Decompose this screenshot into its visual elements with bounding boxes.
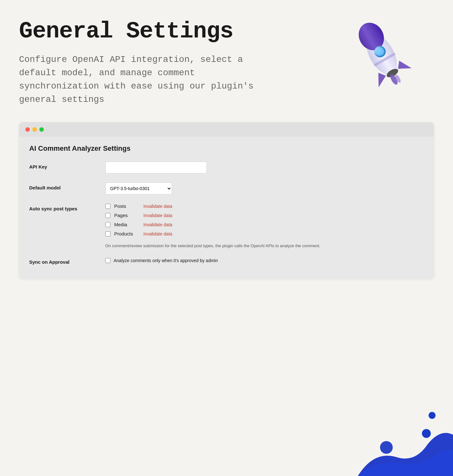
bottom-decoration (358, 413, 453, 476)
dot-blue-small (429, 412, 436, 419)
invalidate-posts-link[interactable]: Invalidate data (143, 204, 172, 209)
sync-approval-row: Sync on Approval Analyze comments only w… (29, 258, 424, 265)
sync-products-label: Products (114, 231, 140, 236)
invalidate-media-link[interactable]: Invalidate data (143, 222, 172, 227)
sync-media-row: Media Invalidate data (105, 222, 424, 227)
sync-posts-row: Posts Invalidate data (105, 203, 424, 209)
window-dot-red[interactable] (25, 127, 30, 132)
invalidate-products-link[interactable]: Invalidate data (143, 231, 172, 236)
auto-sync-label: Auto sync post types (29, 203, 93, 211)
window-dot-green[interactable] (39, 127, 44, 132)
sync-media-checkbox[interactable] (105, 222, 110, 227)
page-description: Configure OpenAI API integration, select… (19, 53, 279, 106)
approval-control: Analyze comments only when it's approved… (105, 258, 218, 263)
invalidate-pages-link[interactable]: Invalidate data (143, 213, 172, 218)
sync-types-container: Posts Invalidate data Pages Invalidate d… (105, 203, 424, 249)
settings-panel-title: AI Comment Analyzer Settings (29, 144, 424, 153)
default-model-row: Default model GPT-3.5-turbo-0301 GPT-4 G… (29, 182, 424, 195)
sync-posts-label: Posts (114, 203, 140, 209)
sync-approval-text: Analyze comments only when it's approved… (114, 258, 218, 263)
sync-media-label: Media (114, 222, 140, 227)
window-dot-yellow[interactable] (32, 127, 37, 132)
api-key-control (105, 162, 424, 174)
default-model-control: GPT-3.5-turbo-0301 GPT-4 GPT-4-turbo GPT… (105, 182, 424, 195)
default-model-label: Default model (29, 182, 93, 190)
window-controls (19, 122, 434, 137)
auto-sync-row: Auto sync post types Posts Invalidate da… (29, 203, 424, 249)
sync-approval-label: Sync on Approval (29, 258, 93, 265)
sync-approval-checkbox[interactable] (105, 258, 110, 263)
api-key-input[interactable] (105, 162, 207, 174)
sync-pages-row: Pages Invalidate data (105, 213, 424, 218)
dot-blue-large (422, 429, 431, 438)
sync-products-checkbox[interactable] (105, 231, 110, 236)
wave-svg (358, 425, 453, 476)
sync-pages-checkbox[interactable] (105, 213, 110, 218)
settings-panel: AI Comment Analyzer Settings API Key Def… (19, 122, 434, 279)
sync-posts-checkbox[interactable] (105, 204, 110, 209)
sync-description: On comment/review submission for the sel… (105, 243, 327, 249)
dot-blue-medium (380, 441, 393, 454)
api-key-row: API Key (29, 162, 424, 174)
sync-pages-label: Pages (114, 213, 140, 218)
rocket-illustration (351, 13, 415, 102)
auto-sync-control: Posts Invalidate data Pages Invalidate d… (105, 203, 424, 249)
sync-products-row: Products Invalidate data (105, 231, 424, 236)
model-select[interactable]: GPT-3.5-turbo-0301 GPT-4 GPT-4-turbo GPT… (105, 182, 172, 195)
api-key-label: API Key (29, 162, 93, 169)
